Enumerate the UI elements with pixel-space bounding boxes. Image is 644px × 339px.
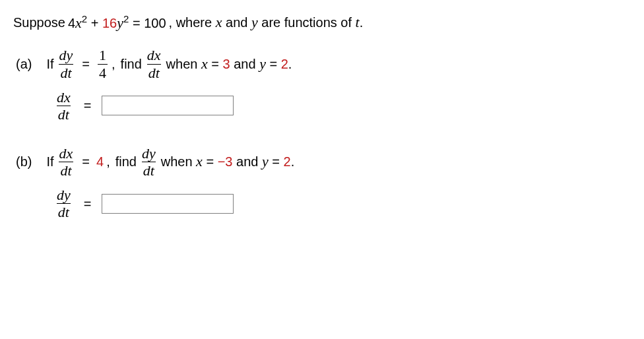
fraction-dxdt: dx dt	[146, 47, 162, 80]
part-a-answer-row: dx dt =	[54, 90, 631, 122]
part-a: (a) If dy dt = 1 4 , find dx dt when x =…	[16, 47, 631, 121]
problem-statement: Suppose 4x2 + 16y2 = 100 , where x and y…	[13, 12, 631, 33]
part-b: (b) If dx dt = 4 , find dy dt when x = −…	[16, 146, 631, 220]
part-a-label: (a)	[16, 55, 32, 73]
part-b-value-4: 4	[96, 152, 104, 171]
problem-suffix: , where x and y are functions of t.	[169, 13, 364, 33]
problem-prefix: Suppose	[13, 13, 65, 32]
part-b-if: If	[46, 152, 53, 171]
answer-a-fraction: dx dt	[55, 90, 72, 122]
fraction-dxdt-b: dx dt	[58, 146, 75, 178]
answer-b-fraction: dy dt	[55, 187, 72, 220]
part-a-find: find	[121, 55, 142, 73]
part-b-condition: when x = −3 and y = 2.	[161, 152, 294, 172]
part-a-if: If	[46, 55, 53, 73]
fraction-one-fourth: 1 4	[98, 47, 108, 80]
answer-b-input[interactable]	[102, 194, 234, 214]
answer-a-input[interactable]	[102, 96, 234, 115]
part-a-condition: when x = 3 and y = 2.	[166, 54, 292, 75]
part-b-answer-row: dy dt =	[54, 187, 631, 220]
part-b-find: find	[115, 152, 137, 171]
fraction-dydt: dy dt	[58, 47, 75, 80]
part-b-question: (b) If dx dt = 4 , find dy dt when x = −…	[16, 146, 631, 178]
part-a-question: (a) If dy dt = 1 4 , find dx dt when x =…	[16, 47, 631, 80]
fraction-dydt-b: dy dt	[141, 146, 157, 178]
equation-lhs: 4x2 + 16y2 = 100	[68, 12, 166, 33]
part-b-label: (b)	[16, 152, 32, 171]
